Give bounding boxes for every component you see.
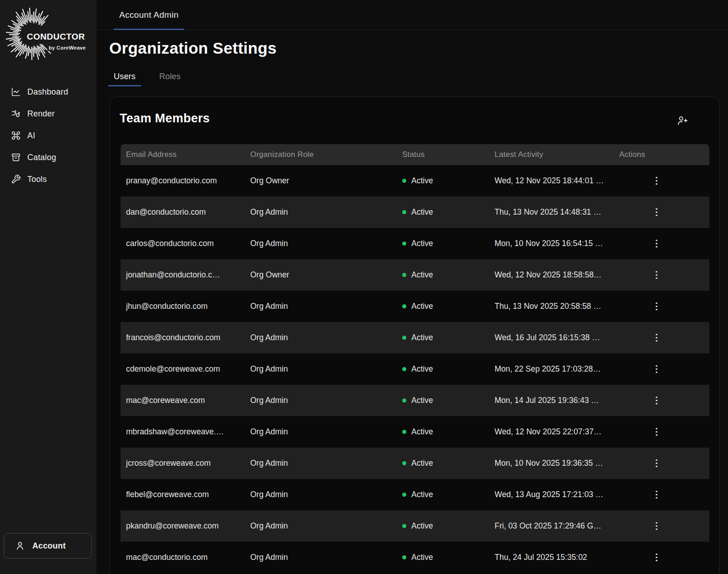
row-actions-kebab-button[interactable] bbox=[653, 300, 660, 313]
member-role: Org Admin bbox=[250, 396, 402, 405]
status-label: Active bbox=[411, 302, 433, 311]
status-active-dot-icon bbox=[402, 304, 406, 308]
member-role: Org Admin bbox=[250, 302, 402, 311]
row-actions-kebab-button[interactable] bbox=[653, 394, 660, 408]
kebab-dot-icon bbox=[656, 428, 657, 430]
member-role: Org Admin bbox=[250, 553, 402, 562]
member-email: cdemole@coreweave.com bbox=[121, 364, 250, 374]
brand-byline: by CoreWeave bbox=[47, 45, 87, 51]
row-actions-kebab-button[interactable] bbox=[653, 425, 660, 439]
sidebar-item-label: AI bbox=[27, 131, 35, 141]
member-status: Active bbox=[402, 270, 495, 280]
member-status: Active bbox=[402, 176, 495, 186]
row-actions-kebab-button[interactable] bbox=[653, 488, 660, 502]
member-status: Active bbox=[402, 333, 495, 342]
sidebar-nav: Dashboard Render AI Catalog bbox=[0, 81, 96, 190]
row-actions-kebab-button[interactable] bbox=[653, 268, 660, 282]
kebab-dot-icon bbox=[656, 240, 657, 242]
add-member-button[interactable] bbox=[676, 114, 689, 128]
status-active-dot-icon bbox=[402, 461, 406, 465]
status-label: Active bbox=[411, 270, 433, 280]
tab-account-admin[interactable]: Account Admin bbox=[114, 0, 184, 30]
row-actions-kebab-button[interactable] bbox=[653, 519, 660, 533]
member-email: flebel@coreweave.com bbox=[121, 490, 250, 499]
member-status: Active bbox=[402, 364, 495, 374]
row-actions-kebab-button[interactable] bbox=[653, 551, 660, 564]
table-row: mac@coreweave.com Org Admin Active Mon, … bbox=[121, 385, 709, 416]
table-row: cdemole@coreweave.com Org Admin Active M… bbox=[121, 353, 709, 385]
table-row: carlos@conductorio.com Org Admin Active … bbox=[121, 228, 709, 259]
account-button-label: Account bbox=[32, 541, 66, 551]
sidebar-item-ai[interactable]: AI bbox=[0, 125, 96, 146]
wrench-icon bbox=[11, 174, 21, 184]
member-role: Org Admin bbox=[250, 521, 402, 531]
kebab-dot-icon bbox=[656, 463, 657, 464]
member-status: Active bbox=[402, 239, 495, 248]
member-status: Active bbox=[402, 302, 495, 311]
status-active-dot-icon bbox=[402, 179, 406, 183]
sidebar-item-label: Dashboard bbox=[27, 87, 68, 97]
status-active-dot-icon bbox=[402, 555, 406, 559]
row-actions-kebab-button[interactable] bbox=[653, 174, 660, 188]
kebab-dot-icon bbox=[656, 560, 657, 562]
member-role: Org Admin bbox=[250, 239, 402, 248]
user-plus-icon bbox=[677, 115, 688, 126]
row-actions-kebab-button[interactable] bbox=[653, 363, 660, 376]
status-label: Active bbox=[411, 521, 433, 531]
column-header-latest-activity: Latest Activity bbox=[495, 150, 619, 159]
status-label: Active bbox=[411, 207, 433, 217]
status-label: Active bbox=[411, 490, 433, 499]
member-latest-activity: Thu, 13 Nov 2025 14:48:31 … bbox=[495, 207, 619, 217]
kebab-dot-icon bbox=[656, 337, 657, 339]
status-active-dot-icon bbox=[402, 493, 406, 497]
table-body: pranay@conductorio.com Org Owner Active … bbox=[121, 165, 709, 573]
tab-roles[interactable]: Roles bbox=[154, 68, 186, 86]
member-latest-activity: Mon, 10 Nov 2025 16:54:15 … bbox=[495, 239, 619, 248]
sidebar-item-render[interactable]: Render bbox=[0, 103, 96, 125]
brand-name: CONDUCTOR bbox=[25, 31, 87, 43]
member-status: Active bbox=[402, 553, 495, 562]
member-email: jcross@coreweave.com bbox=[121, 458, 250, 468]
sidebar-item-tools[interactable]: Tools bbox=[0, 168, 96, 190]
row-actions-kebab-button[interactable] bbox=[653, 206, 660, 219]
member-email: jonathan@conductorio.c… bbox=[121, 270, 250, 280]
kebab-dot-icon bbox=[656, 372, 657, 373]
conductor-app: CONDUCTOR by CoreWeave Dashboard Render bbox=[0, 0, 728, 574]
kebab-dot-icon bbox=[656, 557, 657, 559]
member-email: mac@coreweave.com bbox=[121, 396, 250, 405]
column-header-actions: Actions bbox=[619, 150, 709, 159]
member-role: Org Owner bbox=[250, 270, 402, 280]
user-icon bbox=[15, 541, 25, 551]
member-latest-activity: Wed, 12 Nov 2025 18:44:01 … bbox=[495, 176, 619, 186]
status-label: Active bbox=[411, 364, 433, 374]
kebab-dot-icon bbox=[656, 306, 657, 307]
member-email: francois@conductorio.com bbox=[121, 333, 250, 342]
sidebar-item-label: Render bbox=[27, 109, 55, 119]
sidebar-item-catalog[interactable]: Catalog bbox=[0, 146, 96, 168]
row-actions-kebab-button[interactable] bbox=[653, 237, 660, 251]
row-actions-kebab-button[interactable] bbox=[653, 457, 660, 470]
kebab-dot-icon bbox=[656, 466, 657, 468]
member-status: Active bbox=[402, 490, 495, 499]
member-email: pkandru@coreweave.com bbox=[121, 521, 250, 531]
member-role: Org Owner bbox=[250, 176, 402, 186]
status-active-dot-icon bbox=[402, 367, 406, 371]
tab-users[interactable]: Users bbox=[108, 68, 141, 86]
member-latest-activity: Mon, 14 Jul 2025 19:36:43 … bbox=[495, 396, 619, 405]
status-label: Active bbox=[411, 427, 433, 437]
kebab-dot-icon bbox=[656, 177, 657, 179]
status-active-dot-icon bbox=[402, 210, 406, 214]
kebab-dot-icon bbox=[656, 246, 657, 248]
kebab-dot-icon bbox=[656, 491, 657, 493]
account-button[interactable]: Account bbox=[4, 533, 92, 559]
member-role: Org Admin bbox=[250, 364, 402, 374]
kebab-dot-icon bbox=[656, 400, 657, 402]
status-label: Active bbox=[411, 176, 433, 186]
member-status: Active bbox=[402, 396, 495, 405]
card-title: Team Members bbox=[120, 111, 210, 126]
member-role: Org Admin bbox=[250, 427, 402, 437]
row-actions-kebab-button[interactable] bbox=[653, 331, 660, 345]
member-email: jhun@conductorio.com bbox=[121, 302, 250, 311]
sidebar-item-dashboard[interactable]: Dashboard bbox=[0, 81, 96, 103]
status-active-dot-icon bbox=[402, 273, 406, 277]
